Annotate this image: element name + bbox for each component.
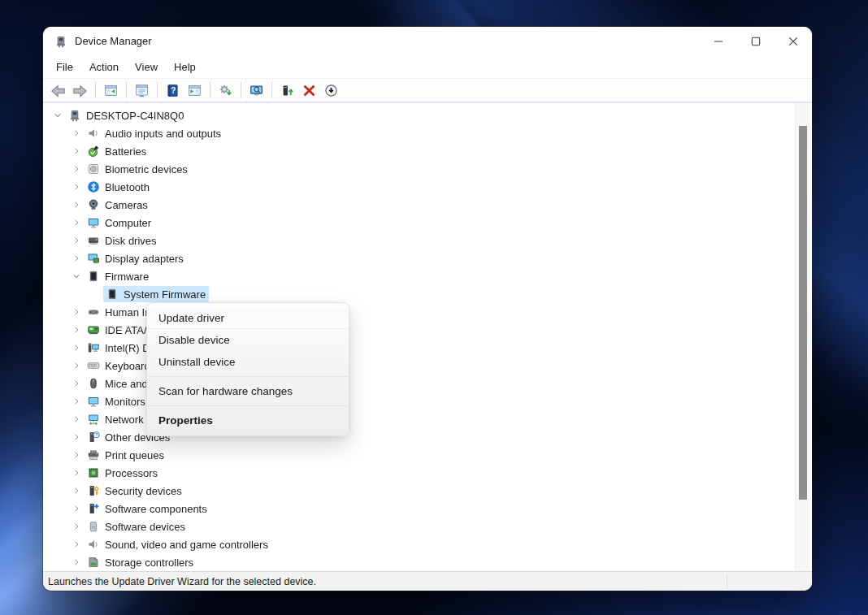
chevron-right-icon[interactable] (68, 486, 85, 496)
chevron-down-icon[interactable] (50, 110, 66, 120)
chevron-down-icon[interactable] (68, 271, 85, 281)
tree-item-batteries[interactable]: Batteries (43, 142, 794, 160)
chevron-right-icon[interactable] (68, 307, 85, 317)
chevron-right-icon[interactable] (68, 253, 85, 263)
tree-item-body[interactable]: Bluetooth (85, 179, 153, 195)
chevron-right-icon[interactable] (68, 182, 85, 192)
ide-card-icon (86, 323, 100, 336)
menu-help[interactable]: Help (166, 58, 204, 76)
properties-window-icon (135, 84, 149, 97)
toolbar-disable-device-button[interactable] (320, 80, 342, 101)
toolbar-scan-for-hardware-changes-button[interactable] (215, 80, 237, 101)
menu-view[interactable]: View (127, 58, 166, 76)
tree-item-body[interactable]: Software devices (85, 518, 189, 535)
tree-item-body[interactable]: Security devices (85, 483, 185, 499)
chevron-right-icon[interactable] (68, 379, 85, 388)
network-icon (86, 413, 100, 426)
chevron-right-icon[interactable] (68, 128, 85, 138)
chevron-right-icon[interactable] (68, 522, 85, 531)
tree-item-body[interactable]: Monitors (85, 393, 149, 409)
toolbar-show-action-pane-button[interactable] (184, 80, 206, 101)
monitor-icon (86, 216, 100, 229)
tree-item-processors[interactable]: Processors (43, 464, 794, 482)
console-tree-icon (104, 84, 118, 97)
chevron-right-icon[interactable] (68, 468, 85, 478)
chevron-right-icon[interactable] (68, 236, 85, 245)
tree-item-cameras[interactable]: Cameras (43, 196, 794, 214)
bluetooth-icon (86, 180, 100, 193)
tree-item-body[interactable]: Computer (85, 214, 154, 231)
tree-item-disk-drives[interactable]: Disk drives (43, 232, 794, 249)
chevron-right-icon[interactable] (68, 504, 85, 513)
tree-item-print-queues[interactable]: Print queues (43, 446, 794, 464)
tree-item-label: Display adapters (105, 253, 184, 265)
toolbar-forward-button[interactable] (69, 80, 91, 101)
context-menu-item-disable-device[interactable]: Disable device (147, 329, 349, 351)
maximize-button[interactable] (737, 27, 775, 55)
tree-item-firmware[interactable]: Firmware (43, 267, 794, 285)
tree-item-body[interactable]: DESKTOP-C4IN8Q0 (66, 107, 187, 123)
tree-item-sound-video-and-game-controllers[interactable]: Sound, video and game controllers (43, 535, 794, 553)
context-menu-item-properties[interactable]: Properties (147, 409, 349, 431)
toolbar-help-button[interactable]: ? (162, 80, 184, 101)
tree-item-bluetooth[interactable]: Bluetooth (43, 178, 794, 196)
tree-item-body[interactable]: Batteries (85, 143, 150, 159)
tree-item-body[interactable]: Software components (85, 500, 210, 517)
minimize-button[interactable] (700, 27, 737, 55)
tree-item-desktop-c4in8q0[interactable]: DESKTOP-C4IN8Q0 (43, 106, 794, 124)
chevron-right-icon[interactable] (68, 432, 85, 442)
selected-tree-item[interactable]: System Firmware (103, 286, 209, 302)
chevron-right-icon[interactable] (68, 164, 85, 174)
keyboard-icon (86, 359, 100, 372)
tree-item-security-devices[interactable]: Security devices (43, 482, 794, 500)
tree-item-body[interactable]: Biometric devices (85, 161, 191, 177)
scrollbar-thumb[interactable] (799, 126, 807, 500)
chevron-right-icon[interactable] (68, 396, 85, 406)
tree-item-body[interactable]: Print queues (85, 447, 167, 463)
chevron-right-icon[interactable] (68, 146, 85, 156)
toolbar: ? (43, 78, 812, 103)
tree-item-body[interactable]: Processors (85, 465, 161, 481)
tree-item-software-devices[interactable]: Software devices (43, 518, 794, 535)
tree-item-body[interactable]: Cameras (85, 197, 151, 213)
context-menu-item-scan-for-hardware-changes[interactable]: Scan for hardware changes (147, 380, 349, 402)
tree-item-storage-controllers[interactable]: Storage controllers (43, 553, 794, 571)
tree-item-label: Sound, video and game controllers (105, 539, 268, 551)
tree-item-body[interactable]: Sound, video and game controllers (85, 536, 271, 552)
tree-item-body[interactable]: Storage controllers (85, 554, 197, 570)
tree-item-audio-inputs-and-outputs[interactable]: Audio inputs and outputs (43, 124, 794, 142)
context-menu-item-update-driver[interactable]: Update driver (147, 307, 349, 329)
chevron-right-icon[interactable] (68, 200, 85, 210)
chevron-right-icon[interactable] (68, 343, 85, 353)
tree-item-software-components[interactable]: Software components (43, 500, 794, 518)
chevron-right-icon[interactable] (68, 539, 85, 549)
tree-item-body[interactable]: Firmware (85, 268, 152, 284)
menu-action[interactable]: Action (81, 58, 127, 76)
toolbar-update-driver-button[interactable] (276, 80, 298, 101)
toolbar-properties-button[interactable] (131, 80, 153, 101)
toolbar-show-console-tree-button[interactable] (100, 80, 122, 101)
title-bar: Device Manager (43, 27, 812, 55)
tree-item-body[interactable]: Display adapters (85, 250, 187, 266)
chevron-right-icon[interactable] (68, 450, 85, 460)
tree-item-label: System Firmware (124, 288, 206, 301)
menu-file[interactable]: File (48, 58, 81, 76)
context-menu-item-uninstall-device[interactable]: Uninstall device (147, 351, 349, 373)
toolbar-remote-computer-button[interactable] (245, 80, 267, 101)
tree-item-computer[interactable]: Computer (43, 214, 794, 232)
chevron-right-icon[interactable] (68, 325, 85, 335)
toolbar-back-button[interactable] (47, 80, 69, 101)
chevron-right-icon[interactable] (68, 218, 85, 227)
tree-item-body[interactable]: Audio inputs and outputs (85, 125, 224, 141)
close-button[interactable] (775, 27, 812, 55)
chevron-right-icon[interactable] (68, 557, 85, 567)
chevron-right-icon[interactable] (68, 361, 85, 370)
chevron-right-icon[interactable] (68, 414, 85, 424)
toolbar-uninstall-device-button[interactable] (298, 80, 320, 101)
tree-item-body[interactable]: Disk drives (85, 232, 160, 249)
tree-item-biometric-devices[interactable]: Biometric devices (43, 160, 794, 178)
tree-item-system-firmware[interactable]: System Firmware (43, 285, 794, 303)
arrow-right-icon (72, 83, 88, 98)
tree-item-display-adapters[interactable]: Display adapters (43, 249, 794, 267)
vertical-scrollbar[interactable] (795, 103, 809, 571)
